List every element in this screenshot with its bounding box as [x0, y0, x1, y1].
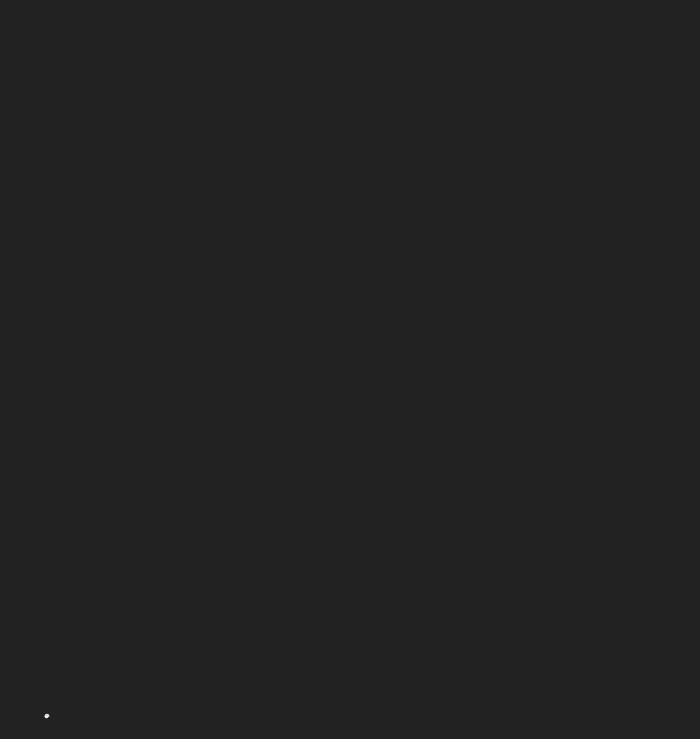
footer-bar	[0, 700, 700, 739]
credit-block	[680, 711, 686, 725]
watermark-text-layer	[0, 0, 700, 700]
stock-image-preview	[0, 0, 700, 739]
pattern-canvas	[0, 0, 700, 700]
logo-spiral-icon	[43, 713, 50, 720]
footer-bottom-edge	[0, 735, 700, 739]
